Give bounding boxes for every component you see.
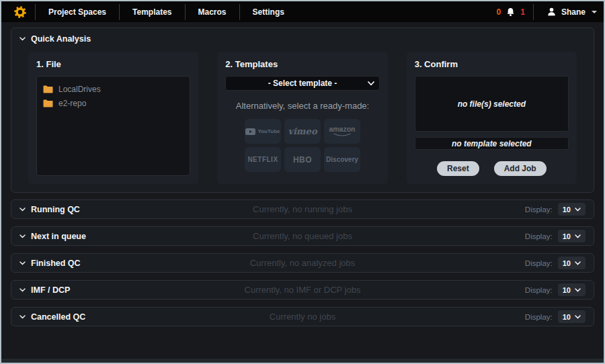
- display-label: Display:: [525, 259, 553, 267]
- display-label: Display:: [525, 206, 553, 214]
- bell-icon[interactable]: [506, 7, 516, 17]
- no-files-text: no file(s) selected: [458, 99, 526, 109]
- chevron-down-icon: [19, 261, 26, 265]
- templates-panel-title: 2. Templates: [225, 59, 379, 69]
- section-title: Cancelled QC: [31, 312, 85, 322]
- section-title: Quick Analysis: [31, 34, 91, 44]
- brand-label: Discovery: [326, 156, 358, 163]
- section-row-finished-qc: Finished QC Currently, no analyzed jobs …: [11, 253, 594, 273]
- brand-label: YouTube: [257, 128, 280, 134]
- display-label: Display:: [525, 286, 553, 294]
- no-template-text: no template selected: [452, 139, 532, 148]
- display-value: 10: [563, 206, 571, 214]
- tree-item-localdrives[interactable]: LocalDrives: [43, 82, 184, 96]
- tree-item-e2-repo[interactable]: e2-repo: [43, 96, 184, 110]
- chevron-down-icon: [575, 261, 581, 265]
- finished-qc-header[interactable]: Finished QC: [19, 259, 81, 268]
- bottom-scroll-strip: [1, 359, 604, 363]
- running-qc-header[interactable]: Running QC: [19, 205, 80, 214]
- add-job-button[interactable]: Add Job: [494, 161, 547, 176]
- chevron-down-icon: [368, 81, 374, 86]
- empty-state-text: Currently, no IMF or DCP jobs: [11, 285, 594, 295]
- brand-button-youtube[interactable]: YouTube: [245, 119, 281, 144]
- display-value: 10: [563, 232, 571, 240]
- confirm-panel: 3. Confirm no file(s) selected no templa…: [407, 52, 577, 184]
- display-count-select[interactable]: 10: [558, 257, 586, 269]
- display-count-select[interactable]: 10: [558, 203, 586, 216]
- main-content: Quick Analysis 1. File LocalDrives: [1, 22, 604, 359]
- alert-count: 1: [520, 7, 525, 17]
- selected-files-box: no file(s) selected: [415, 76, 569, 132]
- display-value: 10: [563, 313, 571, 321]
- gear-icon: [13, 5, 27, 19]
- quick-analysis-header[interactable]: Quick Analysis: [19, 34, 586, 44]
- chevron-down-icon: [19, 288, 26, 292]
- reset-button[interactable]: Reset: [437, 161, 479, 176]
- chevron-down-icon: [19, 37, 26, 41]
- brand-button-discovery[interactable]: Discovery: [324, 147, 360, 172]
- nav-item-settings[interactable]: Settings: [240, 1, 297, 22]
- user-menu[interactable]: Shane: [538, 7, 597, 17]
- file-panel-title: 1. File: [36, 59, 190, 69]
- section-row-cancelled-qc: Cancelled QC Currently no jobs Display: …: [11, 307, 594, 326]
- next-in-queue-header[interactable]: Next in queue: [19, 232, 86, 241]
- section-title: Next in queue: [31, 232, 86, 241]
- template-select[interactable]: - Select template -: [225, 76, 379, 91]
- chevron-down-icon: [575, 315, 581, 319]
- file-tree[interactable]: LocalDrives e2-repo: [36, 76, 190, 176]
- cancelled-qc-header[interactable]: Cancelled QC: [19, 312, 85, 322]
- brand-label: HBO: [293, 155, 312, 165]
- file-panel: 1. File LocalDrives e2-repo: [28, 52, 198, 184]
- chevron-down-icon: [575, 288, 581, 292]
- display-count-select[interactable]: 10: [558, 310, 586, 323]
- template-select-value: - Select template -: [268, 79, 337, 88]
- brand-grid: YouTube vimeo amazon NETFLIX: [225, 119, 379, 172]
- nav-item-macros[interactable]: Macros: [186, 1, 239, 22]
- chevron-down-icon: [19, 234, 26, 238]
- brand-button-hbo[interactable]: HBO: [284, 147, 321, 172]
- folder-icon: [43, 85, 53, 93]
- selected-template-box: no template selected: [415, 137, 569, 150]
- empty-state-text: Currently, no running jobs: [11, 204, 594, 214]
- display-value: 10: [563, 259, 571, 267]
- user-name: Shane: [561, 7, 586, 17]
- display-count-select[interactable]: 10: [558, 283, 586, 296]
- empty-state-text: Currently, no queued jobs: [11, 231, 594, 241]
- app-logo[interactable]: [8, 5, 35, 19]
- confirm-panel-title: 3. Confirm: [415, 59, 569, 69]
- ready-made-label: Alternatively, select a ready-made:: [225, 101, 379, 111]
- folder-label: e2-repo: [58, 99, 86, 108]
- folder-icon: [43, 99, 53, 107]
- chevron-down-icon: [575, 208, 581, 212]
- chevron-down-icon: [19, 208, 26, 212]
- nav-item-templates[interactable]: Templates: [120, 1, 184, 22]
- user-icon: [547, 7, 557, 17]
- nav-item-project-spaces[interactable]: Project Spaces: [36, 1, 119, 22]
- brand-button-vimeo[interactable]: vimeo: [284, 119, 321, 144]
- folder-label: LocalDrives: [58, 85, 101, 94]
- quick-analysis-section: Quick Analysis 1. File LocalDrives: [11, 28, 594, 193]
- display-count-select[interactable]: 10: [558, 230, 586, 242]
- section-row-next-in-queue: Next in queue Currently, no queued jobs …: [11, 226, 594, 246]
- section-title: IMF / DCP: [31, 285, 70, 295]
- brand-label: vimeo: [288, 126, 317, 136]
- youtube-play-icon: [245, 128, 255, 135]
- brand-label: amazon: [329, 126, 355, 133]
- section-row-imf-dcp: IMF / DCP Currently, no IMF or DCP jobs …: [11, 280, 594, 300]
- display-value: 10: [563, 286, 571, 294]
- warning-count: 0: [497, 7, 501, 17]
- chevron-down-icon: [19, 315, 26, 319]
- templates-panel: 2. Templates - Select template - Alterna…: [217, 52, 387, 184]
- brand-button-amazon[interactable]: amazon: [324, 119, 360, 144]
- imf-dcp-header[interactable]: IMF / DCP: [19, 285, 70, 295]
- amazon-smile-icon: [333, 133, 352, 137]
- nav-divider: [533, 4, 534, 20]
- display-label: Display:: [525, 232, 553, 240]
- section-title: Finished QC: [31, 259, 81, 268]
- brand-button-netflix[interactable]: NETFLIX: [245, 147, 281, 172]
- chevron-down-icon: [592, 11, 597, 13]
- chevron-down-icon: [575, 234, 581, 238]
- section-row-running-qc: Running QC Currently, no running jobs Di…: [11, 199, 594, 219]
- brand-label: NETFLIX: [247, 156, 278, 163]
- top-navbar: Project Spaces Templates Macros Settings…: [1, 1, 604, 22]
